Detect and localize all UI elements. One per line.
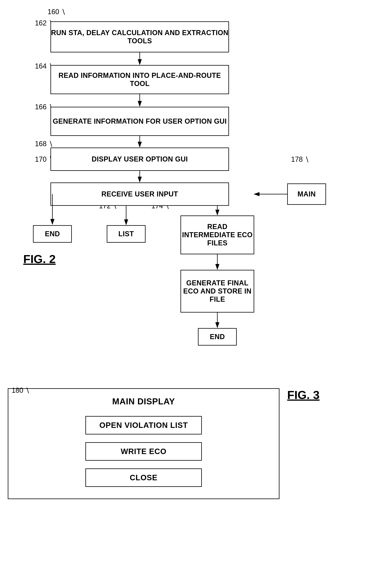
box-run-sta: RUN STA, DELAY CALCULATION AND EXTRACTIO… — [50, 21, 229, 52]
box-read-eco: READ INTERMEDIATE ECO FILES — [181, 215, 254, 254]
box-gen-final-eco: GENERATE FINAL ECO AND STORE IN FILE — [181, 270, 254, 313]
fig3-gui-panel: MAIN DISPLAY OPEN VIOLATION LIST WRITE E… — [8, 388, 279, 499]
box-gen-info: GENERATE INFORMATION FOR USER OPTION GUI — [50, 107, 229, 136]
box-list: LIST — [107, 225, 146, 243]
box-display-gui: DISPLAY USER OPTION GUI — [50, 148, 229, 171]
close-button[interactable]: CLOSE — [85, 468, 202, 487]
box-end-2: END — [198, 328, 237, 346]
ref-178: 178 ∖ — [291, 155, 309, 164]
fig3-title: FIG. 3 — [287, 388, 320, 402]
ref-168: 168 ∖ — [35, 140, 53, 148]
box-main: MAIN — [287, 183, 326, 205]
ref-160: 160 ∖ — [47, 8, 66, 16]
write-eco-button[interactable]: WRITE ECO — [85, 442, 202, 461]
open-violation-list-button[interactable]: OPEN VIOLATION LIST — [85, 416, 202, 434]
box-receive-input: RECEIVE USER INPUT — [50, 183, 229, 206]
main-display-title: MAIN DISPLAY — [20, 397, 267, 406]
box-end-1: END — [33, 225, 72, 243]
box-read-info: READ INFORMATION INTO PLACE-AND-ROUTE TO… — [50, 65, 229, 94]
fig2-title: FIG. 2 — [23, 252, 56, 266]
